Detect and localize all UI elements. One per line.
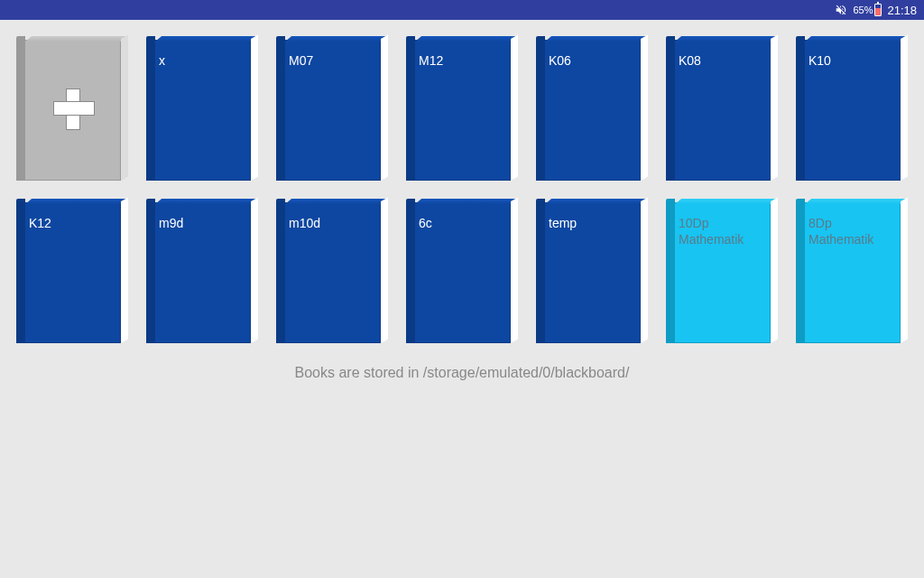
add-book-button[interactable] — [16, 36, 130, 181]
book-label: 10Dp Mathematik — [679, 215, 765, 247]
book-label: 8Dp Mathematik — [808, 215, 895, 247]
book-label: K06 — [549, 52, 635, 69]
book-label: M07 — [289, 52, 375, 69]
book-item[interactable]: x — [146, 36, 260, 181]
book-pages — [771, 34, 778, 181]
book-label: temp — [549, 215, 635, 231]
book-top — [805, 36, 907, 42]
book-top — [805, 199, 907, 204]
book-top — [545, 199, 647, 204]
book-pages — [901, 34, 908, 181]
book-pages — [771, 197, 778, 343]
book-pages — [901, 197, 908, 343]
book-spine — [406, 36, 415, 181]
book-spine — [146, 199, 155, 343]
book-pages — [511, 197, 518, 343]
book-top — [675, 36, 777, 42]
mute-icon — [835, 4, 847, 16]
book-item[interactable]: temp — [536, 199, 650, 343]
book-spine — [666, 36, 675, 181]
book-item[interactable]: K12 — [16, 199, 130, 343]
storage-path-text: Books are stored in /storage/emulated/0/… — [9, 365, 915, 381]
book-pages — [511, 34, 518, 181]
book-spine — [536, 199, 545, 343]
book-spine — [276, 36, 285, 181]
book-item[interactable]: K08 — [666, 36, 780, 181]
book-top — [25, 199, 127, 204]
book-item[interactable]: 6c — [406, 199, 520, 343]
book-top — [545, 36, 647, 42]
battery-icon — [874, 4, 882, 16]
add-book-pages — [121, 34, 128, 181]
book-label: m9d — [159, 215, 245, 231]
book-item[interactable]: M12 — [406, 36, 520, 181]
status-bar: 65% 21:18 — [0, 0, 924, 20]
book-top — [675, 199, 777, 204]
book-pages — [641, 34, 648, 181]
book-spine — [666, 199, 675, 343]
book-spine — [276, 199, 285, 343]
book-label: M12 — [419, 52, 505, 69]
add-book-spine — [16, 36, 25, 181]
book-item[interactable]: 8Dp Mathematik — [796, 199, 910, 343]
book-spine — [536, 36, 545, 181]
book-item[interactable]: K06 — [536, 36, 650, 181]
book-spine — [16, 199, 25, 343]
book-item[interactable]: M07 — [276, 36, 390, 181]
book-item[interactable]: m10d — [276, 199, 390, 343]
book-label: K12 — [29, 215, 116, 231]
book-top — [415, 199, 517, 204]
book-label: m10d — [289, 215, 375, 231]
book-item[interactable]: 10Dp Mathematik — [666, 199, 780, 343]
book-pages — [121, 197, 128, 343]
book-label: K08 — [679, 52, 765, 69]
book-top — [155, 199, 257, 204]
book-spine — [796, 36, 805, 181]
battery-indicator: 65% — [853, 4, 882, 16]
book-pages — [381, 34, 388, 181]
book-top — [155, 36, 257, 42]
book-label: x — [159, 52, 245, 69]
book-item[interactable]: K10 — [796, 36, 910, 181]
add-book-top — [25, 36, 127, 42]
book-label: K10 — [808, 52, 895, 69]
books-grid: xM07M12K06K08K10K12m9dm10d6ctemp10Dp Mat… — [9, 36, 915, 343]
clock: 21:18 — [887, 4, 917, 17]
book-label: 6c — [419, 215, 505, 231]
book-spine — [796, 199, 805, 343]
book-pages — [251, 197, 258, 343]
book-spine — [146, 36, 155, 181]
book-pages — [381, 197, 388, 343]
content-area: xM07M12K06K08K10K12m9dm10d6ctemp10Dp Mat… — [0, 20, 924, 390]
book-top — [415, 36, 517, 42]
book-pages — [641, 197, 648, 343]
book-top — [285, 199, 387, 204]
book-pages — [251, 34, 258, 181]
book-spine — [406, 199, 415, 343]
book-item[interactable]: m9d — [146, 199, 260, 343]
plus-icon — [53, 89, 93, 128]
book-top — [285, 36, 387, 42]
battery-percentage: 65% — [853, 5, 873, 15]
